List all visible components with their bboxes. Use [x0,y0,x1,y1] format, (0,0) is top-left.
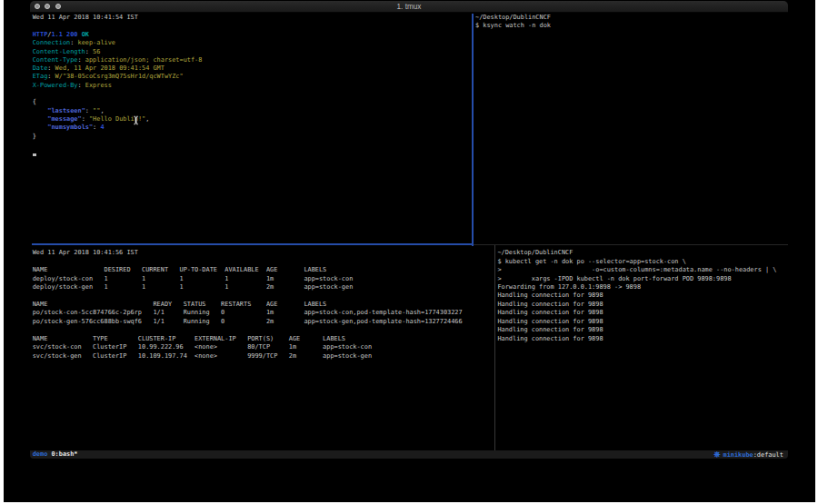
pane-bottom-left-kubectl-watch[interactable]: Wed 11 Apr 2018 10:41:56 IST NAME DESIRE… [33,249,463,361]
pane-top-right-ksync[interactable]: ~/Desktop/DublinCNCF $ ksync watch -n do… [475,14,551,31]
status-kube-context: ⎈ minikube:default [713,450,783,460]
pane-top-left-http-output[interactable]: Wed 11 Apr 2018 10:41:54 IST HTTP/1.1 20… [33,14,203,140]
mouse-ibeam-cursor [133,115,140,125]
window-title: 1. tmux [30,1,787,13]
terminal-window: 1. tmux Wed 11 Apr 2018 10:41:54 IST HTT… [30,1,787,459]
desktop-background: 1. tmux Wed 11 Apr 2018 10:41:54 IST HTT… [4,0,816,502]
pane-divider-horizontal-inactive[interactable] [474,244,788,245]
pane-divider-vertical-active[interactable] [472,14,474,246]
status-session-and-window[interactable]: demo 0:bash* [33,450,78,460]
pane-divider-horizontal-active[interactable] [32,243,473,245]
pane-divider-vertical-inactive[interactable] [494,245,495,450]
window-titlebar[interactable]: 1. tmux [30,1,787,13]
page: { "window": { "title": "1. tmux", "traff… [0,0,818,504]
terminal-text-cursor [33,153,36,156]
tmux-status-bar: demo 0:bash* ⎈ minikube:default [30,450,787,460]
pane-bottom-right-port-forward[interactable]: ~/Desktop/DublinCNCF $ kubectl get -n do… [497,249,776,343]
